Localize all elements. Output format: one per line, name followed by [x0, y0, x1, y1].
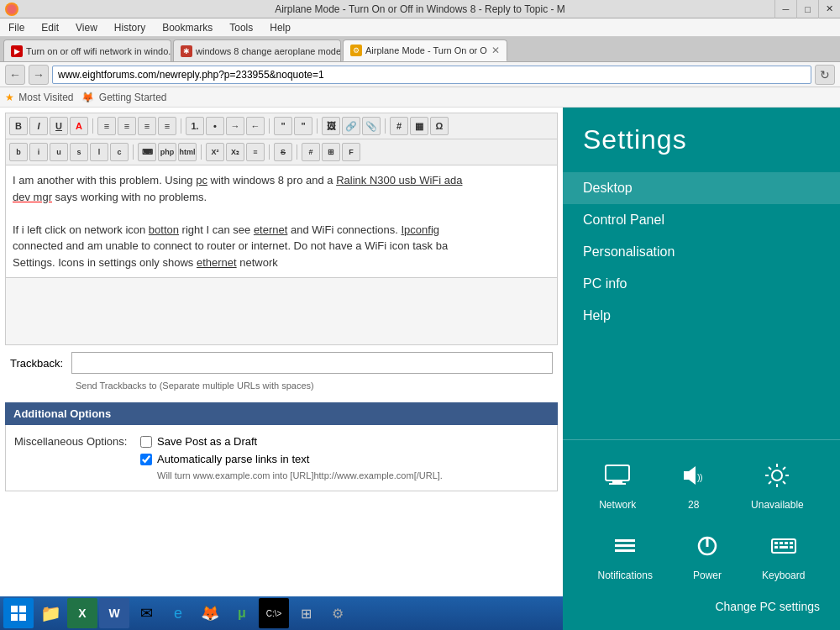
change-pc-settings-link[interactable]: Change PC settings	[563, 590, 840, 630]
explorer-taskbar-button[interactable]: 📁	[35, 598, 66, 628]
tab-favicon-2: ✱	[181, 45, 192, 57]
hash-button[interactable]: #	[390, 117, 408, 135]
settings-volume-icon-item[interactable]: ) ) 28	[675, 457, 712, 511]
trackback-label: Trackback:	[10, 357, 63, 370]
bold-button[interactable]: B	[9, 117, 28, 135]
svg-rect-26	[780, 546, 788, 549]
bold-tag-button[interactable]: b	[9, 143, 28, 161]
s-tag-button[interactable]: s	[70, 143, 88, 161]
most-visited-bookmark[interactable]: ★ Most Visited	[5, 92, 73, 103]
size-button[interactable]: ⊞	[322, 143, 340, 161]
word-taskbar-button[interactable]: W	[99, 598, 129, 628]
misc-options-row: Miscellaneous Options: Save Post as a Dr…	[14, 432, 549, 484]
align-left-button[interactable]: ≡	[97, 117, 116, 135]
list-tag-button[interactable]: ≡	[246, 143, 265, 161]
draft-checkbox-row[interactable]: Save Post as a Draft	[140, 435, 443, 448]
parse-hint: Will turn www.example.com into [URL]http…	[157, 470, 443, 480]
start-button[interactable]	[3, 598, 34, 628]
strikethrough-button[interactable]: S	[274, 143, 292, 161]
align-center-button[interactable]: ≡	[118, 117, 136, 135]
trackback-input[interactable]	[71, 352, 553, 374]
settings-nav-desktop[interactable]: Desktop	[563, 172, 840, 204]
menubar-item-file[interactable]: File	[0, 20, 33, 35]
getting-started-bookmark[interactable]: 🦊 Getting Started	[81, 92, 166, 103]
draft-checkbox[interactable]	[140, 436, 152, 448]
parse-checkbox-row[interactable]: Automatically parse links in text	[140, 453, 443, 465]
maximize-button[interactable]: □	[796, 0, 818, 18]
settings-power-icon-item[interactable]: Power	[689, 528, 726, 581]
tab-3[interactable]: ⚙ Airplane Mode - Turn On or O ✕	[343, 39, 507, 61]
cmd-taskbar-button[interactable]: C:\>	[259, 598, 289, 628]
link-button[interactable]: 🔗	[342, 117, 360, 135]
tiles-taskbar-button[interactable]: ⊞	[291, 598, 321, 628]
editor-line2: If i left click on network icon botton r…	[13, 222, 550, 271]
attach-button[interactable]: 📎	[362, 117, 381, 135]
color-tag-button[interactable]: #	[302, 143, 320, 161]
window-controls[interactable]: ─ □ ✕	[774, 0, 840, 18]
menubar-item-edit[interactable]: Edit	[33, 20, 67, 35]
settings-nav-pc-info[interactable]: PC info	[563, 268, 840, 300]
forward-button[interactable]: →	[29, 65, 49, 85]
superscript-button[interactable]: X²	[206, 143, 224, 161]
menubar: FileEditViewHistoryBookmarksToolsHelp	[0, 18, 840, 37]
firefox-taskbar-button[interactable]: 🦊	[195, 598, 225, 628]
excel-taskbar-button[interactable]: X	[67, 598, 97, 628]
editor-textarea[interactable]: I am another with this problem. Using pc…	[5, 165, 558, 278]
special-button[interactable]: Ω	[430, 117, 449, 135]
align-right-button[interactable]: ≡	[138, 117, 156, 135]
outlook-taskbar-button[interactable]: ✉	[131, 598, 161, 628]
brightness-icon	[759, 457, 795, 494]
ie-taskbar-button[interactable]: e	[163, 598, 193, 628]
code-tag-button[interactable]: ⌨	[138, 143, 156, 161]
outdent-button[interactable]: ←	[246, 117, 265, 135]
italic-button[interactable]: I	[29, 117, 48, 135]
url-input[interactable]	[52, 66, 811, 84]
settings-notifications-icon-item[interactable]: Notifications	[598, 528, 653, 581]
separator-8	[269, 144, 270, 160]
settings-nav-personalisation[interactable]: Personalisation	[563, 236, 840, 268]
settings-nav-help[interactable]: Help	[563, 300, 840, 332]
indent-button[interactable]: →	[226, 117, 244, 135]
center-tag-button[interactable]: c	[110, 143, 129, 161]
image-button[interactable]: 🖼	[322, 117, 340, 135]
quote-left-button[interactable]: "	[274, 117, 292, 135]
justify-button[interactable]: ≡	[158, 117, 176, 135]
menubar-item-tools[interactable]: Tools	[221, 20, 261, 35]
menubar-item-view[interactable]: View	[67, 20, 106, 35]
refresh-button[interactable]: ↻	[815, 65, 835, 85]
svg-rect-27	[790, 546, 793, 549]
apps-taskbar-button[interactable]: ⚙	[323, 598, 353, 628]
subscript-button[interactable]: X₂	[226, 143, 244, 161]
settings-network-icon-item[interactable]: Network	[599, 457, 636, 511]
utorrent-taskbar-button[interactable]: μ	[227, 598, 257, 628]
settings-brightness-icon-item[interactable]: Unavailable	[751, 457, 804, 511]
tab-2[interactable]: ✱ windows 8 change aeroplane mode ... ✕	[173, 39, 341, 61]
tab-close-3[interactable]: ✕	[487, 45, 500, 56]
settings-keyboard-icon-item[interactable]: Keyboard	[762, 528, 805, 581]
php-tag-button[interactable]: php	[158, 143, 176, 161]
close-button[interactable]: ✕	[818, 0, 840, 18]
ul-button[interactable]: •	[206, 117, 224, 135]
notifications-label: Notifications	[598, 570, 653, 581]
menubar-item-help[interactable]: Help	[261, 20, 299, 35]
minimize-button[interactable]: ─	[774, 0, 796, 18]
italic-tag-button[interactable]: i	[29, 143, 48, 161]
html-tag-button[interactable]: html	[178, 143, 197, 161]
font-button[interactable]: F	[342, 143, 360, 161]
quote-right-button[interactable]: "	[294, 117, 312, 135]
left-tag-button[interactable]: l	[90, 143, 108, 161]
parse-checkbox[interactable]	[140, 454, 152, 465]
tab-1[interactable]: ▶ Turn on or off wifi network in windo..…	[3, 39, 171, 61]
ol-button[interactable]: 1.	[186, 117, 204, 135]
u-tag-button[interactable]: u	[50, 143, 68, 161]
menubar-item-history[interactable]: History	[106, 20, 154, 35]
window-title: Airplane Mode - Turn On or Off in Window…	[275, 3, 565, 15]
back-button[interactable]: ←	[5, 65, 25, 85]
settings-nav-control-panel[interactable]: Control Panel	[563, 204, 840, 236]
menubar-item-bookmarks[interactable]: Bookmarks	[154, 20, 221, 35]
underline-button[interactable]: U	[50, 117, 68, 135]
separator-2	[181, 118, 181, 134]
table-button[interactable]: ▦	[410, 117, 428, 135]
font-color-button[interactable]: A	[70, 117, 88, 135]
tabbar: ▶ Turn on or off wifi network in windo..…	[0, 37, 840, 62]
